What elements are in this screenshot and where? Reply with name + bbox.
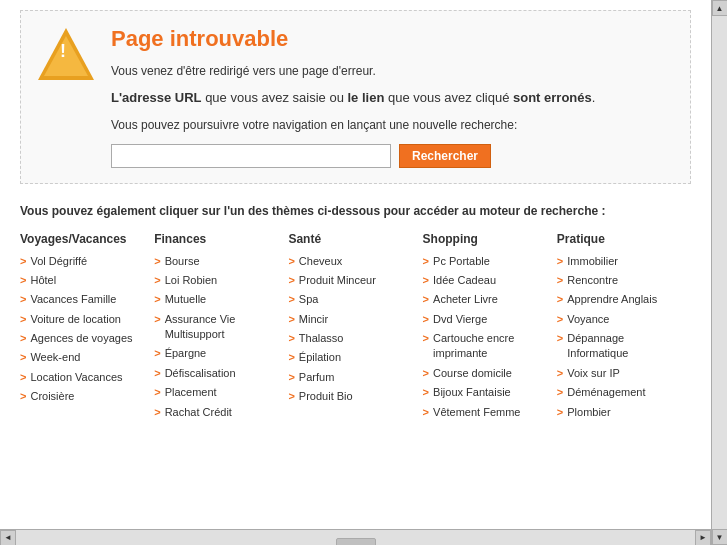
arrow-icon: > — [154, 312, 160, 327]
arrow-icon: > — [154, 366, 160, 381]
cat-link[interactable]: Hôtel — [30, 273, 56, 288]
search-button[interactable]: Rechercher — [399, 144, 491, 168]
category-title-1: Finances — [154, 232, 278, 246]
cat-link[interactable]: Bourse — [165, 254, 200, 269]
cat-link[interactable]: Mincir — [299, 312, 328, 327]
arrow-icon: > — [154, 346, 160, 361]
list-item: >Mincir — [288, 312, 412, 327]
cat-link[interactable]: Dépannage Informatique — [567, 331, 681, 362]
cat-link[interactable]: Thalasso — [299, 331, 344, 346]
category-col-2: Santé >Cheveux >Produit Minceur >Spa >Mi… — [288, 232, 422, 425]
list-item: >Voiture de location — [20, 312, 144, 327]
cat-link[interactable]: Voyance — [567, 312, 609, 327]
error-url-line: L'adresse URL que vous avez saisie ou le… — [111, 88, 595, 108]
cat-link[interactable]: Agences de voyages — [30, 331, 132, 346]
cat-link[interactable]: Produit Minceur — [299, 273, 376, 288]
cat-link[interactable]: Voiture de location — [30, 312, 121, 327]
cat-link[interactable]: Assurance Vie Multisupport — [165, 312, 279, 343]
arrow-icon: > — [288, 370, 294, 385]
list-item: >Placement — [154, 385, 278, 400]
arrow-icon: > — [423, 405, 429, 420]
list-item: >Dvd Vierge — [423, 312, 547, 327]
cat-link[interactable]: Vol Dégriffé — [30, 254, 87, 269]
list-item: >Voix sur IP — [557, 366, 681, 381]
cat-link[interactable]: Week-end — [30, 350, 80, 365]
arrow-icon: > — [423, 292, 429, 307]
cat-link[interactable]: Acheter Livre — [433, 292, 498, 307]
arrow-icon: > — [20, 273, 26, 288]
list-item: >Spa — [288, 292, 412, 307]
warning-icon: ! — [36, 26, 96, 81]
cat-link[interactable]: Rencontre — [567, 273, 618, 288]
arrow-icon: > — [20, 370, 26, 385]
arrow-icon: > — [288, 254, 294, 269]
cat-link[interactable]: Produit Bio — [299, 389, 353, 404]
list-item: >Parfum — [288, 370, 412, 385]
cat-link[interactable]: Immobilier — [567, 254, 618, 269]
arrow-icon: > — [154, 385, 160, 400]
scroll-right-button[interactable]: ► — [695, 530, 711, 546]
categories-grid: Voyages/Vacances >Vol Dégriffé >Hôtel >V… — [20, 232, 691, 425]
arrow-icon: > — [20, 389, 26, 404]
list-item: >Hôtel — [20, 273, 144, 288]
list-item: >Vêtement Femme — [423, 405, 547, 420]
cat-link[interactable]: Cartouche encre imprimante — [433, 331, 547, 362]
cat-link[interactable]: Bijoux Fantaisie — [433, 385, 511, 400]
arrow-icon: > — [20, 312, 26, 327]
list-item: >Rencontre — [557, 273, 681, 288]
category-title-3: Shopping — [423, 232, 547, 246]
cat-link[interactable]: Location Vacances — [30, 370, 122, 385]
cat-link[interactable]: Voix sur IP — [567, 366, 620, 381]
list-item: >Voyance — [557, 312, 681, 327]
cat-link[interactable]: Cheveux — [299, 254, 342, 269]
search-input[interactable] — [111, 144, 391, 168]
arrow-icon: > — [557, 331, 563, 346]
cat-link[interactable]: Épilation — [299, 350, 341, 365]
arrow-icon: > — [288, 389, 294, 404]
cat-link[interactable]: Vacances Famille — [30, 292, 116, 307]
arrow-icon: > — [557, 385, 563, 400]
arrow-icon: > — [557, 366, 563, 381]
scroll-left-button[interactable]: ◄ — [0, 530, 16, 546]
scrollbar-right[interactable]: ▲ ▼ — [711, 0, 727, 545]
arrow-icon: > — [423, 254, 429, 269]
list-item: >Location Vacances — [20, 370, 144, 385]
cat-link[interactable]: Croisière — [30, 389, 74, 404]
category-col-0: Voyages/Vacances >Vol Dégriffé >Hôtel >V… — [20, 232, 154, 425]
list-item: >Croisière — [20, 389, 144, 404]
cat-link[interactable]: Mutuelle — [165, 292, 207, 307]
error-label: sont erronés — [513, 90, 592, 105]
arrow-icon: > — [423, 273, 429, 288]
cat-link[interactable]: Déménagement — [567, 385, 645, 400]
cat-link[interactable]: Pc Portable — [433, 254, 490, 269]
arrow-icon: > — [154, 292, 160, 307]
arrow-icon: > — [20, 331, 26, 346]
scroll-down-button[interactable]: ▼ — [712, 529, 728, 545]
arrow-icon: > — [557, 405, 563, 420]
list-item: >Cheveux — [288, 254, 412, 269]
arrow-icon: > — [557, 273, 563, 288]
cat-link[interactable]: Spa — [299, 292, 319, 307]
cat-link[interactable]: Plombier — [567, 405, 610, 420]
arrow-icon: > — [154, 405, 160, 420]
arrow-icon: > — [423, 331, 429, 346]
arrow-icon: > — [288, 350, 294, 365]
cat-link[interactable]: Dvd Vierge — [433, 312, 487, 327]
cat-link[interactable]: Vêtement Femme — [433, 405, 520, 420]
cat-link[interactable]: Course domicile — [433, 366, 512, 381]
arrow-icon: > — [557, 292, 563, 307]
arrow-icon: > — [288, 292, 294, 307]
cat-link[interactable]: Placement — [165, 385, 217, 400]
cat-link[interactable]: Épargne — [165, 346, 207, 361]
cat-link[interactable]: Rachat Crédit — [165, 405, 232, 420]
scroll-up-button[interactable]: ▲ — [712, 0, 728, 16]
category-title-2: Santé — [288, 232, 412, 246]
cat-link[interactable]: Loi Robien — [165, 273, 218, 288]
cat-link[interactable]: Défiscalisation — [165, 366, 236, 381]
cat-link[interactable]: Parfum — [299, 370, 334, 385]
scrollbar-bottom[interactable]: ◄ ► — [0, 529, 711, 545]
cat-link[interactable]: Idée Cadeau — [433, 273, 496, 288]
cat-link[interactable]: Apprendre Anglais — [567, 292, 657, 307]
arrow-icon: > — [423, 385, 429, 400]
scroll-thumb-horizontal[interactable] — [336, 538, 376, 546]
